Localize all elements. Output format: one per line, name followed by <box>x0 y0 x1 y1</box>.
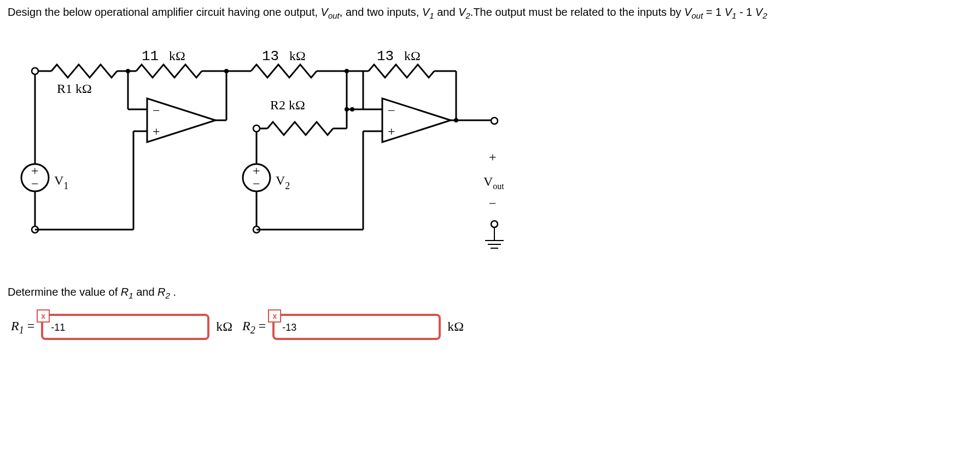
incorrect-icon: x <box>268 309 281 323</box>
r2-unit: kΩ <box>444 317 467 336</box>
opamp2-minus: − <box>388 103 395 118</box>
eq-minus: - 1 <box>739 6 755 18</box>
r2-answer-label: R2 = <box>239 317 269 337</box>
svg-point-27 <box>491 118 498 124</box>
v1-src-minus: − <box>31 177 39 191</box>
r1-answer-value: -11 <box>51 320 65 335</box>
r-top1-val: 11 <box>142 48 159 65</box>
vout-minus: − <box>489 196 497 210</box>
answer-row: R1 = x -11 kΩ R2 = x -13 kΩ <box>8 314 972 340</box>
r-top1-unit: kΩ <box>169 49 185 63</box>
svg-point-38 <box>345 107 349 112</box>
r2-answer-input[interactable]: x -13 <box>272 314 441 340</box>
r-top3-unit: kΩ <box>404 49 421 63</box>
q-part: , and two inputs, <box>340 6 422 18</box>
determine-prompt: Determine the value of R1 and R2 . <box>8 284 972 302</box>
v2-src-plus: + <box>253 163 260 178</box>
r1-unit: kΩ <box>213 317 236 336</box>
v2-var: V2 <box>458 6 470 18</box>
opamp1-plus: + <box>153 124 160 138</box>
eq-v1: V1 <box>725 6 737 18</box>
v1-label: V1 <box>54 173 68 191</box>
opamp2-plus: + <box>388 124 395 138</box>
r1-answer-input[interactable]: x -11 <box>41 314 209 340</box>
svg-point-29 <box>491 221 498 227</box>
vout-plus: + <box>489 150 497 164</box>
svg-point-0 <box>32 68 38 74</box>
vout-var: Vout <box>321 6 340 18</box>
eq-lhs: Vout <box>684 6 703 18</box>
v1-var: V1 <box>422 6 434 18</box>
eq-mid: = 1 <box>706 6 725 18</box>
r-top2-val: 13 <box>262 48 279 65</box>
r2-answer-value: -13 <box>282 320 296 335</box>
r1-answer-label: R1 = <box>8 317 38 337</box>
svg-point-26 <box>454 118 458 122</box>
v1-src-plus: + <box>31 163 39 178</box>
r2-label: R2 kΩ <box>270 98 305 112</box>
svg-point-34 <box>253 125 260 132</box>
incorrect-icon: x <box>37 309 50 323</box>
r-top2-unit: kΩ <box>289 49 306 63</box>
v2-src-minus: − <box>253 177 260 191</box>
r1-label: R1 kΩ <box>57 81 92 96</box>
q-part: .The output must be related to the input… <box>470 6 684 18</box>
question-text: Design the below operational amplifier c… <box>8 4 972 22</box>
opamp1-minus: − <box>153 103 160 118</box>
q-part: Design the below operational amplifier c… <box>8 6 321 18</box>
circuit-diagram: .wire { stroke:#000; stroke-width:3; fil… <box>19 38 972 268</box>
eq-v2: V2 <box>755 6 767 18</box>
v2-label: V2 <box>276 173 290 191</box>
vout-label: Vout <box>483 174 504 191</box>
q-part: and <box>434 6 458 18</box>
r-top3-val: 13 <box>377 48 394 65</box>
